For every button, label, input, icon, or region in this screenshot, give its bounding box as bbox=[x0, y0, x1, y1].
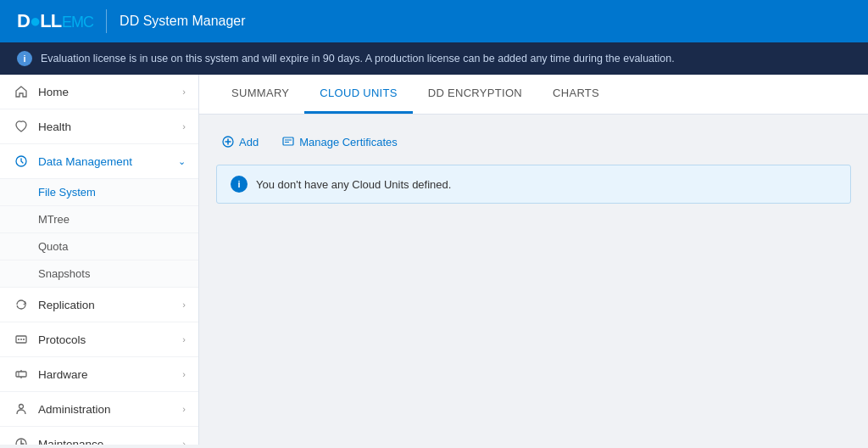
tab-cloud-units[interactable]: CLOUD UNITS bbox=[304, 75, 412, 114]
app-header: D●LLEMC DD System Manager bbox=[0, 0, 868, 42]
sidebar-item-maintenance[interactable]: Maintenance › bbox=[0, 427, 198, 445]
sidebar-item-protocols[interactable]: Protocols › bbox=[0, 322, 198, 357]
add-icon bbox=[221, 135, 235, 148]
evaluation-banner: i Evaluation license is in use on this s… bbox=[0, 42, 868, 75]
sidebar-item-home[interactable]: Home › bbox=[0, 75, 198, 109]
info-circle-icon: i bbox=[231, 176, 248, 193]
header-divider bbox=[106, 9, 107, 33]
sidebar-item-administration[interactable]: Administration › bbox=[0, 392, 198, 427]
main-content: SUMMARY CLOUD UNITS DD ENCRYPTION CHARTS bbox=[199, 75, 868, 445]
mtree-label: MTree bbox=[38, 213, 70, 226]
info-box: i You don't have any Cloud Units defined… bbox=[216, 165, 851, 204]
tab-summary[interactable]: SUMMARY bbox=[216, 75, 304, 114]
home-icon bbox=[13, 83, 30, 100]
info-message: You don't have any Cloud Units defined. bbox=[256, 178, 451, 191]
sidebar-item-replication[interactable]: Replication › bbox=[0, 288, 198, 322]
certificate-icon bbox=[281, 135, 295, 148]
main-layout: Home › Health › Data Management ⌄ bbox=[0, 75, 868, 445]
tab-dd-encryption[interactable]: DD ENCRYPTION bbox=[413, 75, 537, 114]
sidebar: Home › Health › Data Management ⌄ bbox=[0, 75, 199, 445]
toolbar: Add Manage Certificates bbox=[216, 132, 851, 152]
content-body: Add Manage Certificates i You do bbox=[199, 115, 868, 221]
sidebar-home-label: Home bbox=[38, 86, 174, 98]
manage-label: Manage Certificates bbox=[299, 136, 398, 148]
health-icon bbox=[13, 118, 30, 135]
maintenance-icon bbox=[13, 435, 30, 445]
quota-label: Quota bbox=[38, 240, 68, 253]
manage-certificates-button[interactable]: Manage Certificates bbox=[276, 132, 403, 152]
dell-emc-logo: D●LLEMC bbox=[17, 10, 93, 32]
svg-point-3 bbox=[20, 339, 22, 340]
administration-icon bbox=[13, 400, 30, 417]
hardware-icon bbox=[13, 366, 30, 383]
add-label: Add bbox=[239, 136, 259, 148]
sidebar-subitem-snapshots[interactable]: Snapshots bbox=[0, 260, 198, 288]
data-management-icon bbox=[13, 153, 30, 170]
sidebar-maintenance-label: Maintenance bbox=[38, 438, 174, 445]
chevron-right-icon: › bbox=[182, 334, 186, 344]
sidebar-item-hardware[interactable]: Hardware › bbox=[0, 357, 198, 392]
file-system-label: File System bbox=[38, 186, 96, 199]
chevron-down-icon: ⌄ bbox=[178, 156, 186, 167]
chevron-right-icon: › bbox=[182, 300, 186, 310]
sidebar-hardware-label: Hardware bbox=[38, 368, 174, 381]
sidebar-subitem-file-system[interactable]: File System bbox=[0, 179, 198, 206]
logo: D●LLEMC bbox=[17, 10, 93, 32]
chevron-right-icon: › bbox=[182, 369, 186, 379]
sidebar-subitem-mtree[interactable]: MTree bbox=[0, 206, 198, 233]
chevron-right-icon: › bbox=[182, 404, 186, 414]
snapshots-label: Snapshots bbox=[38, 267, 90, 280]
chevron-right-icon: › bbox=[182, 121, 186, 132]
sidebar-item-data-management[interactable]: Data Management ⌄ bbox=[0, 144, 198, 179]
sidebar-data-management-label: Data Management bbox=[38, 155, 170, 168]
svg-point-4 bbox=[23, 339, 25, 340]
svg-point-2 bbox=[18, 339, 19, 340]
sidebar-replication-label: Replication bbox=[38, 299, 174, 311]
chevron-right-icon: › bbox=[182, 439, 186, 445]
sidebar-item-health[interactable]: Health › bbox=[0, 109, 198, 144]
sidebar-health-label: Health bbox=[38, 120, 174, 133]
svg-rect-16 bbox=[283, 137, 293, 145]
protocols-icon bbox=[13, 331, 30, 348]
svg-rect-5 bbox=[16, 372, 26, 377]
data-management-submenu: File System MTree Quota Snapshots bbox=[0, 179, 198, 288]
add-button[interactable]: Add bbox=[216, 132, 264, 152]
tab-charts[interactable]: CHARTS bbox=[537, 75, 615, 114]
banner-message: Evaluation license is in use on this sys… bbox=[41, 53, 675, 64]
app-title: DD System Manager bbox=[120, 14, 246, 29]
sidebar-protocols-label: Protocols bbox=[38, 333, 174, 346]
replication-icon bbox=[13, 296, 30, 313]
chevron-right-icon: › bbox=[182, 87, 186, 97]
svg-point-9 bbox=[19, 405, 24, 409]
info-icon: i bbox=[17, 51, 32, 66]
sidebar-subitem-quota[interactable]: Quota bbox=[0, 233, 198, 260]
sidebar-administration-label: Administration bbox=[38, 403, 174, 416]
tab-bar: SUMMARY CLOUD UNITS DD ENCRYPTION CHARTS bbox=[199, 75, 868, 115]
